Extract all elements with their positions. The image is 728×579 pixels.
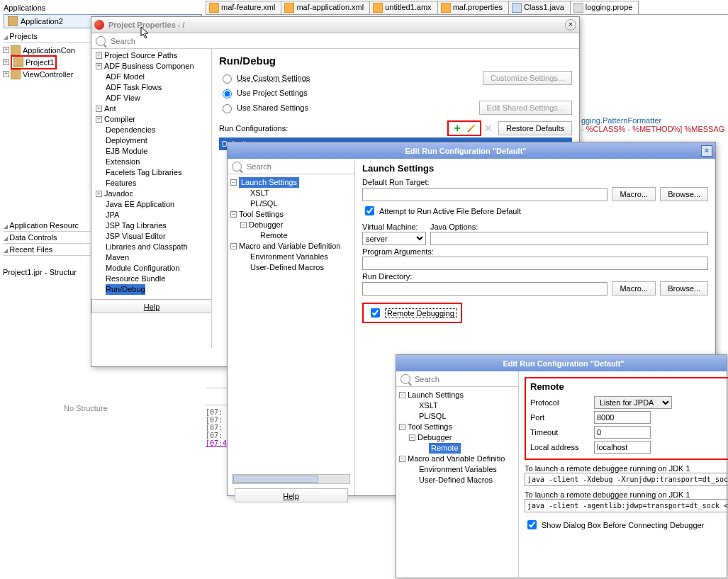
macro-button[interactable]: Macro... — [612, 187, 656, 201]
section-recent-files[interactable]: Recent Files — [4, 244, 96, 256]
collapse-icon[interactable]: − — [409, 434, 415, 441]
tree-node[interactable]: Extension — [106, 157, 140, 167]
tab-maf-application[interactable]: maf-application.xml — [281, 1, 370, 14]
tree-node[interactable]: Project Source Paths — [104, 50, 177, 61]
browse-button[interactable]: Browse... — [660, 187, 708, 201]
timeout-input[interactable] — [594, 426, 651, 439]
dialog-titlebar[interactable]: Edit Run Configuration "Default" — [396, 355, 727, 371]
program-args-input[interactable] — [362, 257, 708, 270]
attempt-checkbox[interactable] — [365, 206, 374, 215]
close-icon[interactable]: × — [701, 145, 712, 157]
expand-icon[interactable]: + — [96, 106, 102, 112]
tree-node[interactable]: Tool Settings — [239, 209, 284, 220]
tree-node[interactable]: XSLT — [250, 188, 269, 198]
section-data-controls[interactable]: Data Controls — [4, 232, 96, 244]
expand-icon[interactable]: + — [96, 63, 102, 69]
radio-input[interactable] — [223, 104, 232, 113]
run-dir-input[interactable] — [362, 282, 607, 296]
port-input[interactable] — [594, 411, 651, 424]
vm-select[interactable]: server — [362, 232, 426, 245]
tab-class1[interactable]: Class1.java — [508, 1, 571, 14]
collapse-icon[interactable]: − — [230, 179, 237, 186]
tree-node[interactable]: ADF View — [106, 93, 140, 103]
radio-shared[interactable]: Use Shared Settings — [219, 102, 308, 113]
tree-node[interactable]: Libraries and Classpath — [106, 242, 188, 252]
collapse-icon[interactable]: − — [230, 211, 237, 218]
collapse-icon[interactable]: − — [399, 424, 405, 430]
expand-icon[interactable]: + — [3, 71, 9, 77]
tree-node[interactable]: Ant — [104, 103, 116, 114]
command-box[interactable]: java -client -Xdebug -Xrunjdwp:transport… — [525, 473, 728, 486]
tree-node[interactable]: Maven — [106, 252, 129, 263]
edit-shared-button[interactable]: Edit Shared Settings... — [479, 101, 572, 115]
collapse-icon[interactable]: − — [399, 392, 405, 398]
tree-node[interactable]: ADF Task Flows — [106, 82, 162, 93]
tree-node[interactable]: PL/SQL — [250, 198, 278, 209]
remote-debugging-checkbox[interactable] — [371, 308, 380, 317]
expand-icon[interactable]: + — [96, 191, 102, 197]
local-address-input[interactable] — [594, 441, 651, 454]
delete-icon[interactable]: ✕ — [482, 122, 495, 135]
tree-node[interactable]: Environment Variables — [419, 464, 497, 475]
java-options-input[interactable] — [430, 232, 708, 245]
tree-node[interactable]: Java EE Application — [106, 199, 174, 210]
tree-node-selected[interactable]: Run/Debug — [106, 284, 145, 295]
tree-node[interactable]: Compiler — [104, 114, 135, 125]
command-box[interactable]: java -client -agentlib:jdwp=transport=dt… — [525, 499, 728, 512]
tree-node[interactable]: PL/SQL — [419, 411, 447, 422]
tree-node[interactable]: JSP Tag Libraries — [106, 220, 167, 231]
help-button[interactable]: Help — [91, 299, 212, 313]
restore-defaults-button[interactable]: Restore Defaults — [498, 121, 572, 135]
tree-node-appcontroller[interactable]: +ApplicationCon — [0, 44, 96, 56]
tree-node[interactable]: Features — [106, 178, 136, 189]
tree-node[interactable]: User-Defined Macros — [250, 262, 324, 273]
tree-node[interactable]: Deployment — [106, 135, 147, 146]
tree-node[interactable]: ADF Business Componen — [104, 61, 194, 72]
collapse-icon[interactable]: − — [399, 456, 405, 462]
expand-icon[interactable]: + — [96, 52, 102, 59]
search-input[interactable] — [245, 161, 350, 172]
tab-maf-feature[interactable]: maf-feature.xml — [206, 1, 281, 14]
default-run-target-input[interactable] — [362, 188, 607, 201]
show-dialog-checkbox[interactable] — [527, 520, 537, 529]
tree-node[interactable]: Tool Settings — [408, 422, 452, 432]
tree-node[interactable]: JPA — [106, 210, 119, 220]
tree-node[interactable]: Javadoc — [104, 189, 133, 199]
tree-node[interactable]: User-Defined Macros — [419, 475, 493, 485]
search-input[interactable] — [413, 373, 514, 385]
help-button[interactable]: Help — [235, 488, 348, 502]
tree-node-selected[interactable]: Remote — [429, 443, 461, 454]
browse-button[interactable]: Browse... — [660, 281, 708, 296]
tree-node[interactable]: Launch Settings — [408, 390, 464, 400]
tree-node[interactable]: Macro and Variable Definitio — [408, 454, 505, 464]
radio-custom[interactable]: Use Custom Settings — [219, 72, 310, 84]
radio-input[interactable] — [223, 89, 232, 99]
radio-input[interactable] — [223, 74, 232, 84]
tree-node[interactable]: Facelets Tag Libraries — [106, 167, 181, 178]
tab-logging[interactable]: logging.prope — [570, 1, 639, 14]
tree-node[interactable]: JSP Visual Editor — [106, 231, 166, 242]
edit-icon[interactable] — [465, 122, 478, 135]
expand-icon[interactable]: + — [3, 47, 9, 53]
close-icon[interactable]: × — [565, 19, 576, 30]
add-icon[interactable]: + — [451, 122, 464, 135]
section-app-resources[interactable]: Application Resourc — [4, 220, 96, 232]
collapse-icon[interactable]: − — [230, 243, 237, 249]
tree-node[interactable]: Environment Variables — [250, 252, 328, 262]
protocol-select[interactable]: Listen for JPDA — [594, 396, 672, 409]
search-input[interactable] — [108, 35, 575, 47]
tree-node[interactable]: Macro and Variable Definition — [239, 241, 340, 252]
tab-maf-properties[interactable]: maf.properties — [437, 1, 509, 14]
dialog-titlebar[interactable]: Edit Run Configuration "Default" × — [228, 142, 715, 159]
tree-node-project1[interactable]: +Project1 — [0, 56, 96, 68]
tab-untitled1[interactable]: untitled1.amx — [369, 1, 437, 14]
expand-icon[interactable]: + — [96, 116, 102, 123]
tree-node[interactable]: Debugger — [249, 220, 283, 230]
radio-project[interactable]: Use Project Settings — [219, 87, 308, 99]
tree-node[interactable]: Remote — [260, 230, 288, 241]
tree-node[interactable]: Dependencies — [106, 125, 155, 135]
tree-node[interactable]: EJB Module — [106, 146, 147, 157]
tree-node-viewcontroller[interactable]: +ViewController — [0, 68, 96, 80]
tree-node[interactable]: ADF Model — [106, 72, 145, 82]
expand-icon[interactable]: + — [3, 59, 9, 65]
